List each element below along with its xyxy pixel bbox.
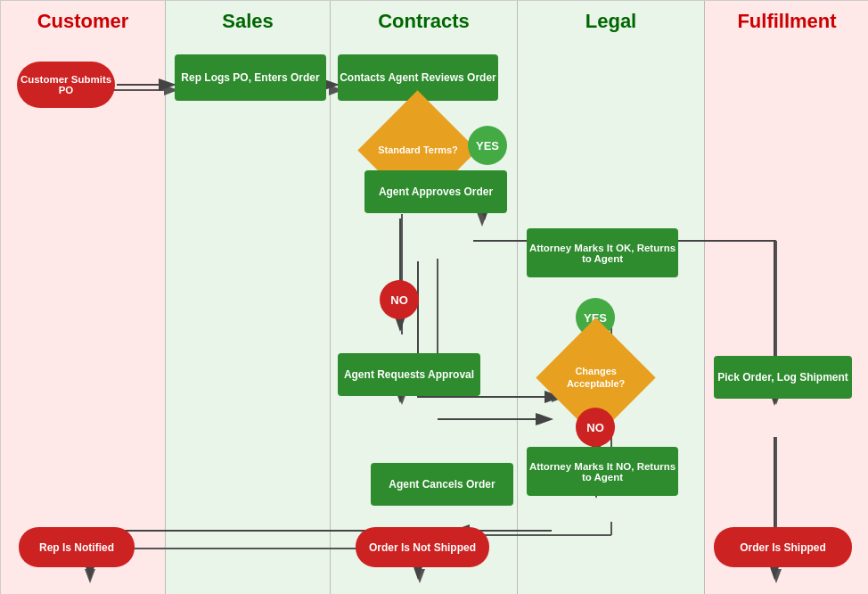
- customer-header: Customer: [1, 1, 165, 42]
- no-circle-1: NO: [380, 280, 419, 319]
- fulfillment-header: Fulfillment: [705, 1, 868, 42]
- agent-requests-approval: Agent Requests Approval: [338, 353, 480, 396]
- agent-approves: Agent Approves Order: [364, 170, 507, 213]
- lane-fulfillment: Fulfillment: [705, 1, 868, 594]
- customer-submits-po: Customer Submits PO: [17, 62, 115, 108]
- contracts-header: Contracts: [331, 1, 517, 42]
- attorney-marks-ok: Attorney Marks It OK, Returns to Agent: [527, 228, 678, 277]
- legal-header: Legal: [518, 1, 704, 42]
- order-not-shipped: Order Is Not Shipped: [356, 527, 489, 567]
- pick-order: Pick Order, Log Shipment: [714, 356, 852, 399]
- lane-legal: Legal: [518, 1, 705, 594]
- rep-logs-po: Rep Logs PO, Enters Order: [175, 54, 326, 101]
- order-is-shipped: Order Is Shipped: [714, 527, 852, 567]
- rep-is-notified: Rep Is Notified: [19, 527, 135, 567]
- no-circle-2: NO: [576, 408, 615, 447]
- yes-circle-1: YES: [468, 126, 507, 165]
- flowchart: Customer Sales Contracts Legal Fulfillme…: [0, 0, 868, 594]
- agent-cancels-order: Agent Cancels Order: [371, 463, 513, 506]
- attorney-marks-no: Attorney Marks It NO, Returns to Agent: [527, 447, 678, 496]
- sales-header: Sales: [166, 1, 330, 42]
